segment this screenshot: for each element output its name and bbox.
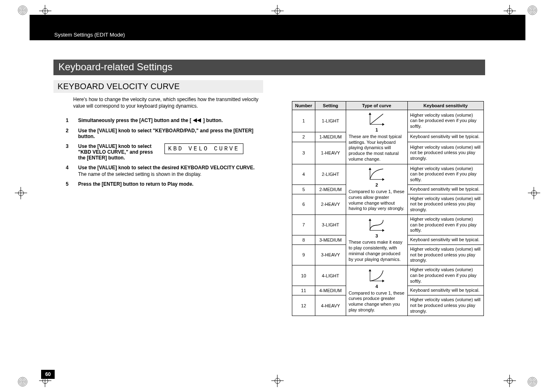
svg-marker-18 [369, 113, 371, 115]
cell-keyboard-sensitivity: Higher velocity values (volume) can be p… [407, 265, 483, 286]
cell-keyboard-sensitivity: Keyboard sensitivity will be typical. [407, 132, 483, 142]
cell-keyboard-sensitivity: Higher velocity values (volume) will not… [407, 194, 483, 214]
curve-number: 2 [349, 182, 405, 188]
cell-keyboard-sensitivity: Keyboard sensitivity will be typical. [407, 235, 483, 245]
step-text: ] button. [203, 118, 223, 123]
svg-point-15 [532, 381, 533, 383]
page-header: System Settings (EDIT Mode) [30, 15, 525, 40]
step-1: 1 Simultaneously press the [ACT] button … [66, 118, 263, 124]
svg-marker-23 [382, 229, 384, 231]
cell-number: 2 [292, 132, 315, 142]
svg-point-2 [21, 8, 25, 12]
cell-keyboard-sensitivity: Higher velocity values (volume) will not… [407, 295, 483, 316]
curve-description: Compared to curve 1, these curves produc… [349, 291, 405, 313]
step-text: Use the [VALUE] knob to select the desir… [78, 165, 254, 171]
steps-list: 1 Simultaneously press the [ACT] button … [66, 118, 263, 191]
cell-number: 11 [292, 286, 315, 295]
table-row: 104-LIGHT4Compared to curve 1, these cur… [292, 265, 484, 286]
velocity-curve-table: Number Setting Type of curve Keyboard se… [292, 101, 484, 316]
cell-number: 3 [292, 142, 315, 164]
crop-mark-icon [528, 187, 540, 199]
intro-paragraph: Here's how to change the velocity curve,… [73, 96, 260, 109]
page-title: Keyboard-related Settings [53, 60, 485, 75]
rewind-icon [193, 118, 202, 124]
svg-point-7 [532, 9, 533, 11]
curve-number: 1 [349, 127, 405, 133]
cell-number: 7 [292, 214, 315, 235]
svg-point-10 [21, 380, 25, 384]
cell-keyboard-sensitivity: Higher velocity values (volume) can be p… [407, 110, 483, 132]
cell-setting: 2-HEAVY [315, 194, 346, 214]
cell-type-of-curve: 1These are the most typical settings. Yo… [346, 110, 407, 164]
cell-number: 9 [292, 244, 315, 265]
cell-setting: 4-MEDIUM [315, 286, 346, 295]
registration-mark-icon [527, 376, 538, 387]
cell-keyboard-sensitivity: Keyboard sensitivity will be typical. [407, 286, 483, 295]
svg-point-6 [530, 8, 534, 12]
curve-number: 3 [349, 233, 405, 239]
section-title: KEYBOARD VELOCITY CURVE [53, 80, 263, 93]
svg-point-9 [19, 378, 26, 385]
svg-marker-20 [369, 168, 371, 170]
svg-point-5 [529, 7, 536, 14]
registration-mark-icon [17, 5, 28, 16]
col-keyboard-sensitivity: Keyboard sensitivity [407, 101, 483, 110]
cell-setting: 1-MEDIUM [315, 132, 346, 142]
col-number: Number [292, 101, 315, 110]
step-number: 1 [66, 118, 78, 124]
curve-number: 4 [349, 284, 405, 290]
cell-number: 12 [292, 295, 315, 316]
cell-setting: 4-LIGHT [315, 265, 346, 286]
step-4: 4 Use the [VALUE] knob to select the des… [66, 165, 263, 177]
step-2: 2 Use the [VALUE] knob to select "KEYBOA… [66, 128, 263, 139]
cell-setting: 1-HEAVY [315, 142, 346, 164]
cell-number: 8 [292, 235, 315, 245]
svg-point-14 [530, 380, 534, 384]
step-text: Use the [VALUE] knob to select "KBD VELO… [78, 143, 153, 161]
svg-marker-22 [369, 219, 371, 221]
svg-point-3 [22, 9, 23, 11]
cell-number: 4 [292, 164, 315, 184]
svg-marker-19 [382, 123, 384, 126]
curve-description: These are the most typical settings. You… [349, 134, 405, 162]
svg-marker-24 [369, 269, 371, 271]
svg-marker-21 [382, 178, 384, 181]
page-number: 60 [41, 370, 55, 379]
crop-mark-icon [15, 187, 27, 199]
step-number: 2 [66, 128, 78, 139]
registration-mark-icon [17, 376, 28, 387]
col-type-of-curve: Type of curve [346, 101, 407, 110]
cell-type-of-curve: 3These curves make it easy to play consi… [346, 214, 407, 265]
cell-setting: 3-LIGHT [315, 214, 346, 235]
col-setting: Setting [315, 101, 346, 110]
step-text: Simultaneously press the [ACT] button an… [78, 118, 191, 123]
table-row: 42-LIGHT2Compared to curve 1, these curv… [292, 164, 484, 184]
svg-marker-16 [193, 118, 197, 122]
step-number: 3 [66, 143, 78, 161]
breadcrumb: System Settings (EDIT Mode) [54, 32, 125, 38]
cell-setting: 2-MEDIUM [315, 184, 346, 194]
cell-setting: 1-LIGHT [315, 110, 346, 132]
cell-number: 5 [292, 184, 315, 194]
cell-type-of-curve: 2Compared to curve 1, these curves allow… [346, 164, 407, 214]
step-5: 5 Press the [ENTER] button to return to … [66, 181, 263, 187]
cell-number: 6 [292, 194, 315, 214]
cell-keyboard-sensitivity: Higher velocity values (volume) will not… [407, 244, 483, 265]
table-header-row: Number Setting Type of curve Keyboard se… [292, 101, 484, 110]
cell-type-of-curve: 4Compared to curve 1, these curves produ… [346, 265, 407, 316]
crop-mark-icon [504, 375, 516, 387]
svg-point-11 [22, 381, 23, 383]
step-3: 3 Use the [VALUE] knob to select "KBD VE… [66, 143, 263, 161]
step-text: Press the [ENTER] button to return to Pl… [78, 181, 194, 187]
step-note: The name of the selected setting is show… [78, 171, 263, 177]
svg-point-13 [529, 378, 536, 385]
step-text: Use the [VALUE] knob to select "KEYBOARD… [78, 128, 253, 139]
svg-marker-17 [197, 118, 201, 122]
table-row: 73-LIGHT3These curves make it easy to pl… [292, 214, 484, 235]
step-number: 5 [66, 181, 78, 187]
curve-description: These curves make it easy to play consis… [349, 240, 405, 262]
svg-point-1 [19, 7, 26, 14]
table-row: 11-LIGHT1These are the most typical sett… [292, 110, 484, 132]
manual-page: System Settings (EDIT Mode) Keyboard-rel… [0, 0, 555, 392]
cell-number: 1 [292, 110, 315, 132]
